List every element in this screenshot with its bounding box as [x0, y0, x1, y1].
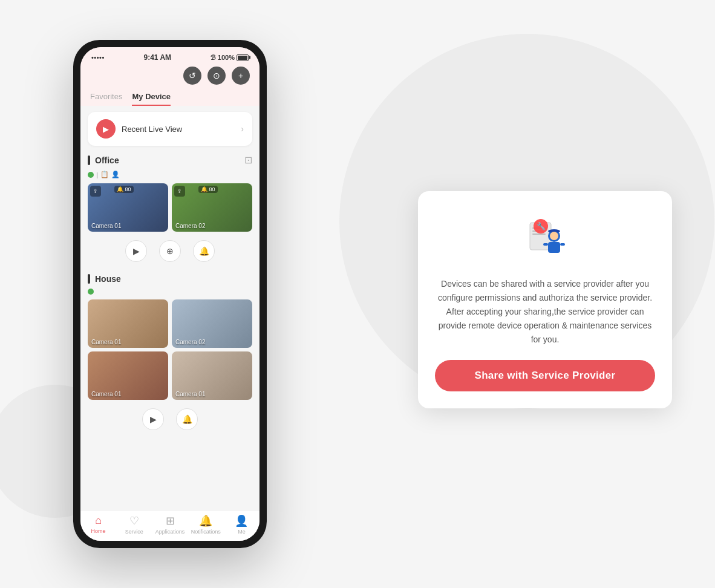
- house-camera-01[interactable]: Camera 01: [88, 299, 168, 348]
- status-time: 9:41 AM: [144, 53, 172, 62]
- group-bar-icon: [88, 155, 90, 165]
- search-icon-button[interactable]: ⊙: [207, 67, 226, 85]
- office-camera-01[interactable]: ⇪ 🔔 80 Camera 01: [88, 183, 168, 232]
- house-camera-grid: Camera 01 Camera 02 Camera 01 Camera 01: [88, 299, 252, 400]
- phone-screen: ••••• 9:41 AM ℬ 100% ↺ ⊙ +: [80, 47, 260, 541]
- office-action-row: ▶ ⊕ 🔔: [88, 237, 252, 266]
- phone-mockup: ••••• 9:41 AM ℬ 100% ↺ ⊙ +: [73, 40, 267, 548]
- group-office-status: | 📋 👤: [88, 171, 252, 178]
- nav-notifications-label: Notifications: [191, 529, 221, 535]
- camera-01-label: Camera 01: [91, 223, 121, 229]
- share-icon: ⇪: [90, 186, 101, 197]
- group-office-header: Office ⊡: [88, 154, 252, 166]
- house-play-button[interactable]: ▶: [142, 408, 164, 430]
- camera-02-label: Camera 02: [175, 223, 205, 229]
- svg-rect-10: [543, 243, 548, 246]
- top-bar: ↺ ⊙ +: [80, 64, 260, 90]
- tab-mydevice[interactable]: My Device: [132, 92, 171, 106]
- battery-fill: [238, 56, 247, 60]
- office-alarm-button[interactable]: 🔔: [193, 240, 215, 262]
- recent-card-left: ▶ Recent Live View: [96, 119, 182, 139]
- house-camera-04-label: Camera 01: [175, 391, 205, 397]
- group-expand-icon[interactable]: ⊡: [244, 154, 252, 166]
- camera-count-2: 🔔 80: [198, 186, 218, 193]
- group-office: Office ⊡ | 📋 👤 ⇪ 🔔 80: [88, 154, 252, 266]
- home-icon: ⌂: [95, 514, 102, 527]
- svg-text:🔧: 🔧: [537, 221, 546, 230]
- house-camera-02[interactable]: Camera 02: [172, 299, 252, 348]
- group-office-name: Office: [95, 155, 119, 165]
- battery-pct: 100%: [218, 54, 235, 61]
- bottom-nav: ⌂ Home ♡ Service ⊞ Applications 🔔 Notifi…: [80, 510, 260, 541]
- svg-rect-3: [532, 234, 546, 235]
- replay-icon-button[interactable]: ↺: [183, 67, 201, 85]
- add-icon-button[interactable]: +: [232, 67, 250, 85]
- svg-rect-9: [548, 242, 560, 253]
- status-dot-online: [88, 172, 94, 178]
- share-icon-2: ⇪: [174, 186, 185, 197]
- status-user-icon: 👤: [111, 171, 120, 178]
- svg-point-8: [550, 232, 558, 240]
- house-camera-03-label: Camera 01: [91, 391, 121, 397]
- group-house: House Camera 01 Camera 02: [88, 274, 252, 434]
- office-play-button[interactable]: ▶: [125, 240, 147, 262]
- status-bar: ••••• 9:41 AM ℬ 100%: [80, 47, 260, 64]
- camera-count: 🔔 80: [114, 186, 134, 193]
- group-house-name: House: [95, 274, 121, 284]
- tab-favorites[interactable]: Favorites: [90, 92, 122, 106]
- status-separator: |: [96, 171, 98, 178]
- status-right: ℬ 100%: [211, 54, 249, 62]
- share-popup-card: 🔧 Devices can be shared with a service p…: [418, 191, 672, 408]
- nav-applications-label: Applications: [155, 529, 185, 535]
- group-house-header: House: [88, 274, 252, 284]
- nav-home[interactable]: ⌂ Home: [80, 514, 116, 535]
- svg-rect-11: [560, 243, 565, 246]
- house-action-row: ▶ 🔔: [88, 405, 252, 434]
- nav-service[interactable]: ♡ Service: [116, 514, 152, 535]
- nav-home-label: Home: [91, 528, 106, 534]
- nav-notifications[interactable]: 🔔 Notifications: [188, 514, 224, 535]
- nav-applications[interactable]: ⊞ Applications: [152, 514, 188, 535]
- office-camera-grid: ⇪ 🔔 80 Camera 01 ⇪ 🔔 80 Camera 02: [88, 183, 252, 232]
- popup-description: Devices can be shared with a service pro…: [435, 277, 655, 347]
- status-share-icon: 📋: [100, 171, 109, 178]
- applications-icon: ⊞: [166, 514, 175, 528]
- house-alarm-button[interactable]: 🔔: [176, 408, 198, 430]
- nav-tabs: Favorites My Device: [80, 90, 260, 106]
- service-provider-illustration: 🔧: [518, 211, 572, 265]
- signal-dots: •••••: [91, 54, 105, 61]
- house-camera-02-label: Camera 02: [175, 339, 205, 345]
- battery-icon: [237, 54, 249, 61]
- house-camera-04[interactable]: Camera 01: [172, 351, 252, 400]
- screen-content: ▶ Recent Live View › Office ⊡: [80, 106, 260, 510]
- bluetooth-indicator: ℬ: [211, 54, 216, 62]
- house-status-dot: [88, 289, 94, 295]
- nav-service-label: Service: [125, 529, 143, 535]
- play-circle-icon: ▶: [96, 119, 116, 139]
- office-camera-02[interactable]: ⇪ 🔔 80 Camera 02: [172, 183, 252, 232]
- house-camera-03[interactable]: Camera 01: [88, 351, 168, 400]
- chevron-right-icon: ›: [241, 124, 244, 134]
- group-house-status: [88, 289, 252, 295]
- group-house-bar-icon: [88, 274, 90, 284]
- office-add-button[interactable]: ⊕: [159, 240, 181, 262]
- nav-me-label: Me: [238, 529, 246, 535]
- recent-live-view-card[interactable]: ▶ Recent Live View ›: [88, 112, 252, 146]
- group-header-left: Office: [88, 155, 119, 165]
- top-icons: ↺ ⊙ +: [183, 67, 250, 85]
- share-with-provider-button[interactable]: Share with Service Provider: [435, 360, 655, 391]
- group-house-header-left: House: [88, 274, 121, 284]
- recent-live-view-label: Recent Live View: [122, 125, 182, 134]
- nav-me[interactable]: 👤 Me: [224, 514, 260, 535]
- me-icon: 👤: [235, 514, 248, 528]
- house-camera-01-label: Camera 01: [91, 339, 121, 345]
- service-icon: ♡: [129, 514, 139, 528]
- notifications-icon: 🔔: [199, 514, 212, 528]
